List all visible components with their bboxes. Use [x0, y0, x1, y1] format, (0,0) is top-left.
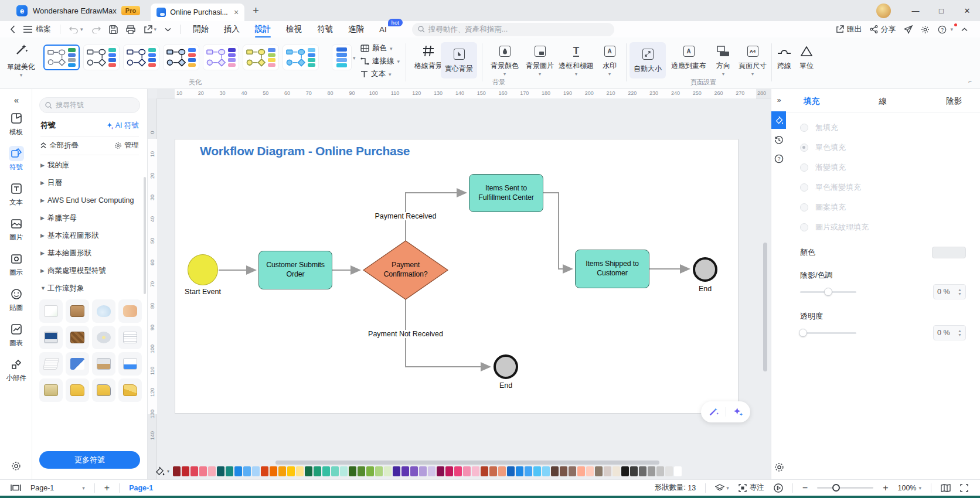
global-search-input[interactable]: 搜尋動作、資產和指南...	[412, 23, 614, 36]
palette-swatch[interactable]	[472, 466, 479, 476]
palette-swatch[interactable]	[226, 466, 233, 476]
palette-swatch[interactable]	[331, 466, 339, 476]
history-icon[interactable]	[771, 132, 787, 148]
palette-swatch[interactable]	[322, 466, 330, 476]
category-row[interactable]: ▶AWS End User Computing	[32, 192, 147, 209]
palette-swatch[interactable]	[401, 466, 409, 476]
palette-swatch[interactable]	[665, 466, 673, 476]
print-button[interactable]	[122, 22, 139, 36]
palette-swatch[interactable]	[349, 466, 356, 476]
help-button[interactable]: ? ▾	[934, 22, 957, 36]
minimize-button[interactable]: —	[903, 0, 928, 21]
palette-swatch[interactable]	[243, 466, 251, 476]
palette-swatch[interactable]	[551, 466, 559, 476]
sidebar-item-symbols[interactable]: 符號	[0, 141, 32, 176]
palette-swatch[interactable]	[454, 466, 462, 476]
theme-preset-6[interactable]	[243, 45, 279, 70]
palette-swatch[interactable]	[463, 466, 471, 476]
export-quick-button[interactable]: ▾	[139, 22, 161, 36]
palette-swatch[interactable]	[393, 466, 400, 476]
ribbon-expand-icon[interactable]: ⌐	[968, 79, 972, 85]
presentation-mode-icon[interactable]	[6, 480, 26, 496]
palette-swatch[interactable]	[489, 466, 497, 476]
symbol-thumb-folder-locked[interactable]	[92, 378, 115, 402]
focus-mode-button[interactable]: 專注	[734, 480, 769, 496]
menu-start[interactable]: 開始	[185, 21, 216, 37]
document-tab[interactable]: Online Purchasi... ×	[151, 4, 244, 21]
back-button[interactable]	[6, 22, 19, 36]
send-feedback-icon[interactable]	[900, 22, 917, 36]
palette-swatch[interactable]	[445, 466, 453, 476]
theme-preset-1[interactable]	[43, 45, 80, 70]
drawing-canvas[interactable]: 1020304050607080901001101201301401501601…	[148, 89, 771, 479]
ai-symbols-link[interactable]: AI 符號	[106, 121, 139, 131]
help-circle-icon[interactable]: ?	[771, 151, 787, 166]
palette-swatch[interactable]	[234, 466, 242, 476]
palette-swatch[interactable]	[340, 466, 348, 476]
background-image-button[interactable]: 背景圖片 ▾	[522, 42, 558, 77]
menu-insert[interactable]: 插入	[216, 21, 247, 37]
shade-slider[interactable]	[800, 291, 856, 293]
symbol-thumb-wooden-crate[interactable]	[66, 326, 89, 349]
node-items-shipped[interactable]: Items Shipped to Customer	[575, 250, 649, 288]
palette-swatch[interactable]	[199, 466, 207, 476]
toolbar-more-button[interactable]	[161, 22, 175, 36]
palette-swatch[interactable]	[542, 466, 550, 476]
ai-sparkles-button[interactable]	[726, 406, 750, 418]
menu-symbols[interactable]: 符號	[309, 21, 341, 37]
category-row[interactable]: ▶希臘字母	[32, 209, 147, 227]
palette-swatch[interactable]	[305, 466, 312, 476]
page-size-button[interactable]: A4 頁面尺寸 ▾	[736, 42, 769, 77]
theme-color-button[interactable]: 顏色▾	[360, 43, 400, 53]
undo-button[interactable]: ▾	[65, 22, 87, 36]
collapse-all-button[interactable]: 全部折疊	[40, 141, 79, 151]
maximize-button[interactable]: □	[928, 0, 954, 21]
collapse-ribbon-icon[interactable]	[957, 22, 972, 36]
palette-swatch[interactable]	[586, 466, 594, 476]
palette-swatch[interactable]	[366, 466, 374, 476]
symbol-thumb-cardboard-box[interactable]	[66, 299, 89, 323]
user-avatar[interactable]	[876, 4, 891, 18]
palette-swatch[interactable]	[314, 466, 321, 476]
tab-fill[interactable]: 填充	[804, 96, 856, 107]
node-end-bottom[interactable]	[494, 354, 518, 379]
add-page-button[interactable]: +	[100, 480, 114, 496]
symbol-thumb-cds[interactable]	[92, 326, 115, 349]
settings-gear-icon[interactable]	[917, 22, 934, 36]
manage-button[interactable]: 管理	[114, 141, 139, 151]
palette-swatch[interactable]	[648, 466, 655, 476]
pan-map-icon[interactable]	[936, 480, 955, 496]
palette-swatch[interactable]	[560, 466, 567, 476]
fill-bucket-icon[interactable]	[155, 466, 165, 476]
layers-button[interactable]: ▾	[710, 480, 734, 496]
palette-swatch[interactable]	[595, 466, 603, 476]
opacity-value-spinner[interactable]: 0 % ▲▼	[933, 325, 966, 340]
play-presentation-icon[interactable]	[769, 480, 788, 496]
theme-text-button[interactable]: 文本▾	[360, 69, 400, 79]
theme-preset-7[interactable]	[283, 45, 319, 70]
symbol-thumb-document[interactable]	[118, 326, 142, 349]
symbol-thumb-paper-stack[interactable]	[39, 352, 63, 376]
canvas-v-scrollbar[interactable]	[763, 243, 767, 371]
category-row[interactable]: ▶基本流程圖形狀	[32, 227, 147, 244]
opacity-slider[interactable]	[800, 332, 856, 334]
sidebar-item-sticker[interactable]: 貼圖	[0, 282, 32, 317]
palette-swatch[interactable]	[208, 466, 216, 476]
panel-collapse-right-icon[interactable]: »	[771, 93, 787, 108]
menu-design[interactable]: 設計	[247, 21, 278, 37]
palette-swatch[interactable]	[639, 466, 646, 476]
left-settings-gear-icon[interactable]	[0, 461, 32, 471]
symbol-thumb-email[interactable]	[118, 352, 142, 376]
export-button[interactable]: 匯出	[832, 22, 866, 36]
fill-option-6[interactable]: 圖片或紋理填充	[786, 217, 980, 237]
symbol-thumb-hands-exchange[interactable]	[118, 299, 142, 323]
orientation-button[interactable]: 方向 ▾	[712, 42, 735, 77]
palette-swatch[interactable]	[569, 466, 576, 476]
document-page[interactable]: Workflow Diagram - Online Purchase	[175, 139, 739, 414]
close-button[interactable]: ✕	[954, 0, 980, 21]
palette-caret[interactable]: ▾	[167, 469, 169, 474]
symbol-thumb-documents-chart[interactable]	[39, 299, 63, 323]
category-row[interactable]: ▶基本繪圖形狀	[32, 244, 147, 262]
sidebar-item-image[interactable]: 圖片	[0, 212, 32, 247]
one-click-beautify-button[interactable]: 單鍵美化 ▾	[5, 42, 38, 78]
